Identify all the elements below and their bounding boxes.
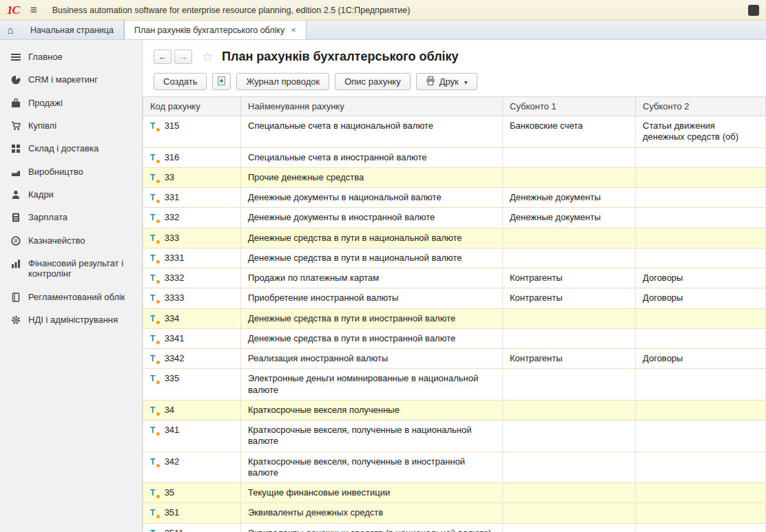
column-header-sub1[interactable]: Субконто 1 [503, 97, 636, 116]
account-code: 341 [165, 425, 180, 435]
account-name: Денежные документы в национальной валюте [241, 188, 503, 208]
column-header-sub2[interactable]: Субконто 2 [636, 97, 766, 116]
account-code: 34 [165, 405, 174, 415]
account-subconto1 [503, 503, 636, 523]
account-subconto2 [636, 421, 766, 452]
create-button[interactable]: Создать [154, 73, 207, 90]
app-title: Business automation software for enterpr… [52, 6, 411, 15]
tab-chart-of-accounts[interactable]: План рахунків бухгалтерського обліку [124, 21, 307, 39]
account-subconto1: Контрагенты [503, 268, 636, 288]
account-subconto1 [503, 248, 636, 268]
account-code-cell: 334 [143, 308, 241, 328]
account-type-icon [150, 253, 162, 264]
table-row-3342[interactable]: 3342 Реализация иностранной валюты Контр… [143, 349, 766, 369]
account-subconto1 [503, 308, 636, 328]
main-menu-icon[interactable] [30, 4, 37, 16]
back-arrow-icon[interactable] [154, 50, 172, 64]
account-subconto2 [636, 503, 766, 523]
table-row-3332[interactable]: 3332 Продажи по платежным картам Контраг… [143, 268, 766, 288]
home-icon[interactable] [0, 21, 21, 39]
sidebar-item-label: Главное [28, 52, 63, 62]
accounts-table-body: 315 Специальные счета в национальной вал… [143, 116, 766, 532]
table-row-342[interactable]: 342 Краткосрочные векселя, полученные в … [143, 451, 766, 483]
purchases-icon [11, 121, 21, 131]
account-subconto1 [503, 328, 636, 348]
dropdown-caret-icon [463, 76, 468, 87]
table-row-332[interactable]: 332 Денежные документы в иностранной вал… [143, 208, 766, 228]
sidebar-item-treasury[interactable]: Казначейство [0, 229, 142, 252]
account-subconto2 [636, 188, 766, 208]
table-row-335[interactable]: 335 Электронные деньги номинированные в … [143, 369, 766, 401]
account-name: Специальные счета в национальной валюте [241, 116, 503, 148]
sidebar-item-menu[interactable]: Главное [0, 45, 142, 68]
sidebar-item-sales[interactable]: Продажі [0, 92, 142, 114]
table-row-334[interactable]: 334 Денежные средства в пути в иностранн… [143, 308, 766, 328]
account-code-cell: 316 [143, 147, 241, 167]
table-row-316[interactable]: 316 Специальные счета в иностранной валю… [143, 147, 766, 167]
column-header-name[interactable]: Найменування рахунку [241, 97, 503, 116]
new-document-icon [216, 76, 227, 88]
table-row-34[interactable]: 34 Краткосрочные векселя полученные [143, 400, 766, 420]
sidebar-item-production[interactable]: Виробництво [0, 160, 142, 183]
table-row-315[interactable]: 315 Специальные счета в национальной вал… [143, 116, 766, 148]
create-group-button[interactable] [212, 73, 231, 90]
finance-icon [11, 259, 21, 268]
tab-active-label: План рахунків бухгалтерського обліку [134, 25, 284, 35]
account-description-button[interactable]: Опис рахунку [335, 73, 411, 90]
sidebar-item-label: Регламентований облік [28, 292, 125, 302]
account-type-icon [150, 354, 162, 364]
forward-arrow-icon[interactable] [174, 50, 192, 64]
production-icon [11, 167, 21, 177]
account-subconto1 [503, 228, 636, 248]
account-name: Денежные средства в пути в национальной … [241, 228, 503, 248]
tab-close-icon[interactable] [291, 25, 296, 35]
table-row-3331[interactable]: 3331 Денежные средства в пути в национал… [143, 248, 766, 268]
sidebar-item-label: Купівлі [28, 120, 56, 131]
account-code: 3341 [165, 333, 185, 343]
favorite-star-icon[interactable] [202, 49, 214, 65]
sidebar-item-hr[interactable]: Кадри [0, 183, 142, 206]
table-row-3341[interactable]: 3341 Денежные средства в пути в иностран… [143, 328, 766, 348]
table-header-row: Код рахунку Найменування рахунку Субконт… [143, 97, 766, 116]
print-button[interactable]: Друк [416, 73, 477, 90]
sidebar-item-warehouse[interactable]: Склад і доставка [0, 137, 142, 160]
account-subconto1: Контрагенты [503, 288, 636, 308]
journal-button[interactable]: Журнал проводок [236, 73, 329, 90]
sidebar-item-finance[interactable]: Фінансовий результат і контролінг [0, 252, 142, 286]
sidebar-item-purchases[interactable]: Купівлі [0, 114, 142, 137]
toolbar: Создать Журнал проводок Опис рахунку Дру… [143, 67, 766, 96]
account-name: Краткосрочные векселя, полученные в инос… [241, 451, 503, 483]
table-row-33[interactable]: 33 Прочие денежные средства [143, 167, 766, 187]
column-header-code[interactable]: Код рахунку [143, 97, 241, 116]
account-code-cell: 333 [143, 228, 241, 248]
account-name: Реализация иностранной валюты [241, 349, 503, 369]
account-code-cell: 342 [143, 451, 241, 483]
account-subconto1 [503, 147, 636, 167]
sidebar-item-admin[interactable]: НДІ і адміністрування [0, 308, 142, 331]
table-row-331[interactable]: 331 Денежные документы в национальной ва… [143, 188, 766, 208]
tab-home-label: Начальная страница [30, 25, 114, 35]
account-type-icon [150, 374, 162, 384]
table-row-333[interactable]: 333 Денежные средства в пути в националь… [143, 228, 766, 248]
account-subconto2: Договоры [636, 268, 766, 288]
table-row-3511[interactable]: 3511 Эквиваленты денежных средств (в нац… [143, 523, 766, 532]
window-controls[interactable] [748, 5, 759, 16]
table-row-351[interactable]: 351 Эквиваленты денежных средств [143, 503, 766, 523]
account-subconto1 [503, 483, 636, 503]
account-type-icon [150, 457, 162, 467]
account-code: 35 [165, 487, 174, 498]
sidebar-item-regulated[interactable]: Регламентований облік [0, 286, 142, 308]
table-row-3333[interactable]: 3333 Приобретение иностранной валюты Кон… [143, 288, 766, 308]
accounts-table: Код рахунку Найменування рахунку Субконт… [143, 96, 766, 532]
account-code-cell: 351 [143, 503, 241, 523]
tab-home[interactable]: Начальная страница [21, 21, 124, 39]
account-subconto1: Денежные документы [503, 208, 636, 228]
account-name: Специальные счета в иностранной валюте [241, 147, 503, 167]
window-control-icon[interactable] [748, 5, 759, 16]
sidebar-item-salary[interactable]: Зарплата [0, 206, 142, 228]
sidebar-item-label: Фінансовий результат і контролінг [28, 258, 135, 279]
table-row-341[interactable]: 341 Краткосрочные векселя, полученные в … [143, 421, 766, 452]
account-subconto2 [636, 523, 766, 532]
sidebar-item-crm[interactable]: CRM і маркетинг [0, 68, 142, 91]
table-row-35[interactable]: 35 Текущие финансовые инвестиции [143, 483, 766, 503]
